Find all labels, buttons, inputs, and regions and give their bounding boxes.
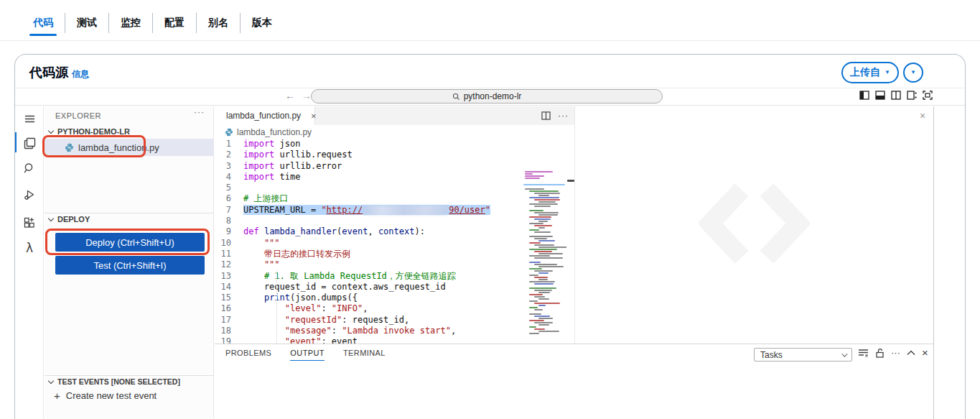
code-editor[interactable]: 1import json2import urllib.request3impor…	[215, 139, 574, 344]
create-test-event-button[interactable]: + Create new test event	[54, 390, 157, 402]
deploy-section-header[interactable]: DEPLOY	[45, 215, 214, 224]
search-value: python-demo-lr	[464, 91, 522, 101]
redacted-url-segment	[363, 206, 448, 215]
editor-tab-lambda-function[interactable]: lambda_function.py ×	[215, 106, 315, 125]
panel-tab[interactable]: OUTPUT	[290, 349, 325, 361]
tasks-dropdown-value: Tasks	[760, 350, 783, 360]
aws-lambda-icon[interactable]: λ	[15, 237, 44, 259]
minimap-selection-marker	[523, 184, 565, 185]
test-events-section-header[interactable]: TEST EVENTS [NONE SELECTED]	[45, 377, 214, 386]
workbench: λ EXPLORER ··· PYTHON-DEMO-LR lambda_fun…	[15, 106, 966, 419]
panel-tabs: PROBLEMSOUTPUTTERMINAL	[225, 349, 386, 361]
line-number: 2	[215, 149, 243, 160]
code-line: 2import urllib.request	[215, 149, 574, 160]
empty-editor-pane: ×	[575, 106, 934, 344]
search-input[interactable]: python-demo-lr	[311, 89, 663, 103]
toggle-sidebar-icon[interactable]	[859, 91, 869, 100]
section-divider	[45, 375, 214, 376]
back-arrow-icon[interactable]: ←	[285, 90, 295, 101]
python-file-icon	[225, 128, 233, 137]
code-line: 5	[215, 183, 574, 193]
code-line: 4import time	[215, 172, 574, 183]
run-debug-icon[interactable]	[15, 184, 44, 206]
code-line: 19 "event": event	[215, 336, 574, 344]
line-number: 3	[215, 161, 243, 172]
line-number: 6	[215, 193, 243, 204]
function-tab[interactable]: 测试	[65, 13, 108, 33]
create-test-event-label: Create new test event	[66, 390, 157, 401]
customize-layout-icon[interactable]	[907, 91, 917, 100]
code-line: 16 "level": "INFO",	[215, 303, 574, 314]
function-tab[interactable]: 监控	[108, 13, 152, 33]
code-line: 17 "requestId": request_id,	[215, 315, 574, 326]
panel-tab[interactable]: PROBLEMS	[225, 349, 271, 361]
maximize-icon[interactable]	[923, 91, 933, 100]
caret-down-icon: ▼	[885, 70, 890, 75]
clear-output-icon[interactable]	[858, 348, 869, 358]
panel-more-icon[interactable]: ···	[891, 348, 900, 357]
bottom-panel: PROBLEMSOUTPUTTERMINAL Tasks ··· ×	[215, 344, 934, 419]
deploy-section-label: DEPLOY	[57, 215, 90, 224]
function-tab[interactable]: 代码	[22, 13, 65, 33]
menu-hamburger-icon[interactable]	[15, 108, 44, 129]
chevron-down-icon	[841, 351, 847, 356]
editor-group: lambda_function.py × ··· lambda_function…	[215, 106, 575, 344]
line-number: 14	[215, 282, 243, 293]
tasks-dropdown[interactable]: Tasks	[754, 348, 852, 362]
editor-tab-label: lambda_function.py	[226, 111, 301, 121]
file-item-lambda-function[interactable]: lambda_function.py	[45, 139, 214, 156]
tab-close-icon[interactable]: ×	[311, 111, 317, 121]
explorer-header: EXPLORER	[55, 111, 101, 120]
search-view-icon[interactable]	[15, 157, 44, 179]
code-line: 9def lambda_handler(event, context):	[215, 226, 574, 237]
unlock-icon[interactable]	[875, 348, 885, 358]
page-title: 代码源	[29, 64, 68, 81]
code-line: 18 "message": "Lambda invoke start",	[215, 326, 574, 336]
project-name: PYTHON-DEMO-LR	[57, 127, 130, 136]
section-divider	[45, 213, 214, 213]
maximize-panel-icon[interactable]	[907, 350, 915, 356]
line-number: 7	[215, 205, 243, 216]
info-link[interactable]: 信息	[72, 68, 89, 80]
split-editor-icon[interactable]	[891, 91, 901, 100]
explorer-icon[interactable]	[15, 132, 44, 154]
forward-arrow-icon[interactable]: →	[302, 90, 312, 101]
panel-tab[interactable]: TERMINAL	[343, 349, 386, 361]
upload-from-button[interactable]: 上传自 ▼	[841, 62, 899, 83]
code-line: 14 request_id = context.aws_request_id	[215, 282, 574, 293]
explorer-more-icon[interactable]: ···	[194, 107, 205, 117]
function-tab[interactable]: 版本	[240, 13, 284, 33]
function-tab[interactable]: 别名	[196, 13, 240, 33]
chevron-down-icon	[48, 377, 54, 383]
line-number: 1	[215, 139, 243, 149]
editor-scrollbar[interactable]	[567, 171, 574, 344]
chevron-down-icon	[48, 127, 54, 133]
upload-from-label: 上传自	[850, 66, 880, 79]
deploy-button[interactable]: Deploy (Ctrl+Shift+U)	[55, 233, 205, 252]
actions-menu-button[interactable]: ▼	[903, 63, 923, 83]
code-line: 1import json	[215, 139, 574, 149]
close-panel-icon[interactable]: ×	[922, 347, 928, 358]
code-line: 12 """	[215, 259, 574, 270]
line-number: 8	[215, 216, 243, 226]
project-tree-item[interactable]: PYTHON-DEMO-LR	[45, 127, 214, 136]
toggle-panel-icon[interactable]	[875, 91, 885, 100]
editor-more-icon[interactable]: ···	[558, 111, 569, 121]
function-tabs: 代码测试监控配置别名版本	[22, 13, 284, 33]
function-tab[interactable]: 配置	[152, 13, 196, 33]
code-line: 3import urllib.error	[215, 161, 574, 172]
code-brackets-watermark	[699, 184, 810, 263]
test-button[interactable]: Test (Ctrl+Shift+I)	[55, 256, 205, 275]
minimap[interactable]	[523, 171, 566, 338]
split-editor-icon[interactable]	[541, 111, 551, 120]
indent-guide	[276, 270, 277, 344]
extensions-icon[interactable]	[15, 212, 44, 234]
pane-close-icon[interactable]: ×	[920, 110, 925, 121]
scrollbar-thumb[interactable]	[567, 180, 574, 182]
page-divider	[0, 40, 980, 41]
code-line: 13 # 1. 取 Lambda RequestId，方便全链路追踪	[215, 271, 574, 282]
code-line: 8	[215, 216, 574, 226]
breadcrumb[interactable]: lambda_function.py	[215, 125, 574, 139]
line-number: 5	[215, 183, 243, 193]
line-number: 13	[215, 271, 243, 282]
